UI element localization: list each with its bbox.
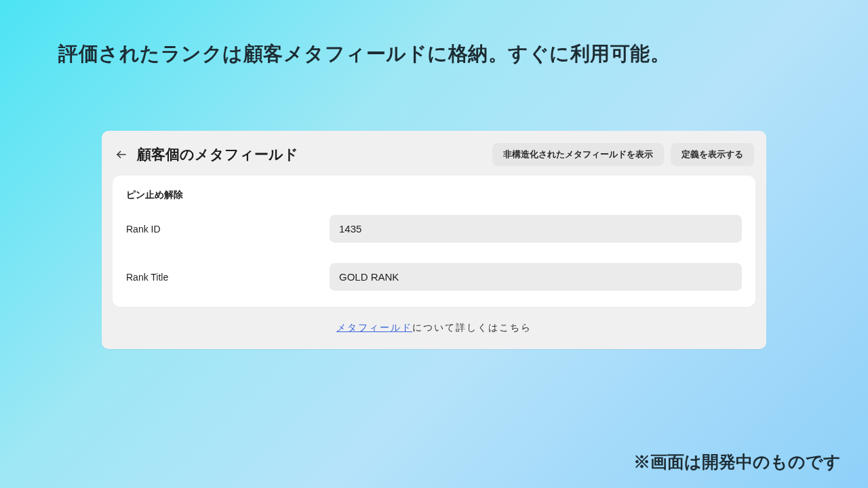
field-row-rank-id: Rank ID 1435 xyxy=(126,215,742,243)
show-definition-button[interactable]: 定義を表示する xyxy=(671,143,754,166)
footer-link-row: メタフィールドについて詳しくはこちら xyxy=(113,307,755,334)
panel-header-right: 非構造化されたメタフィールドを表示 定義を表示する xyxy=(492,143,754,166)
field-row-rank-title: Rank Title GOLD RANK xyxy=(126,263,742,291)
back-arrow-icon[interactable] xyxy=(114,147,129,162)
panel-title: 顧客個のメタフィールド xyxy=(137,145,298,164)
footer-link-suffix: について詳しくはこちら xyxy=(412,322,532,333)
unpin-label[interactable]: ピン止め解除 xyxy=(126,189,742,201)
field-value-rank-title[interactable]: GOLD RANK xyxy=(330,263,742,291)
metafield-panel: 顧客個のメタフィールド 非構造化されたメタフィールドを表示 定義を表示する ピン… xyxy=(102,131,766,349)
field-value-rank-id[interactable]: 1435 xyxy=(330,215,742,243)
page-headline: 評価されたランクは顧客メタフィールドに格納。すぐに利用可能。 xyxy=(58,41,670,68)
field-label-rank-title: Rank Title xyxy=(126,272,330,283)
field-label-rank-id: Rank ID xyxy=(126,224,330,235)
metafield-docs-link[interactable]: メタフィールド xyxy=(336,322,412,333)
metafield-card: ピン止め解除 Rank ID 1435 Rank Title GOLD RANK xyxy=(113,176,755,307)
show-unstructured-button[interactable]: 非構造化されたメタフィールドを表示 xyxy=(492,143,664,166)
disclaimer-note: ※画面は開発中のものです xyxy=(633,451,841,473)
panel-header-left: 顧客個のメタフィールド xyxy=(114,145,298,164)
panel-header: 顧客個のメタフィールド 非構造化されたメタフィールドを表示 定義を表示する xyxy=(113,138,755,176)
